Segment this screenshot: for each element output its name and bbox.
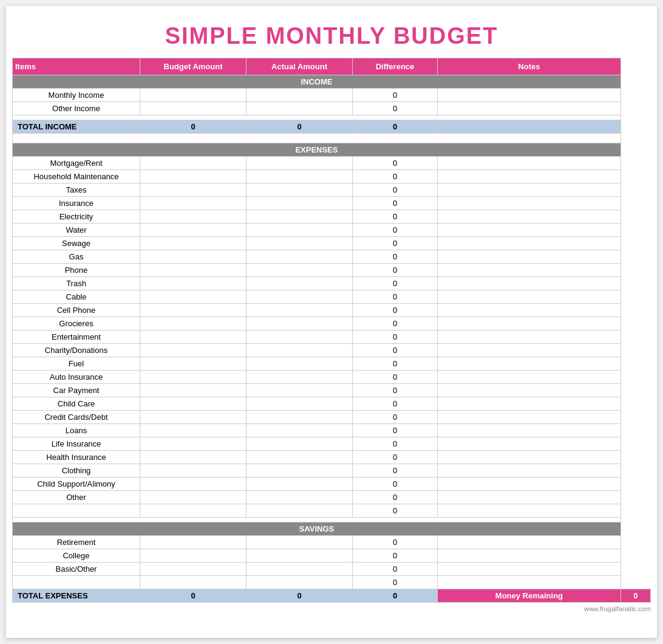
section-header-row: INCOME <box>13 75 651 89</box>
col-header-difference: Difference <box>353 58 438 75</box>
table-row: Sewage0 <box>13 237 651 250</box>
table-row: Trash0 <box>13 277 651 290</box>
table-row: Child Support/Alimony0 <box>13 478 651 491</box>
table-row: Other Income0 <box>13 102 651 115</box>
total-row: TOTAL INCOME000 <box>13 120 651 134</box>
col-header-items: Items <box>13 58 140 75</box>
table-row: 0 <box>13 504 651 518</box>
table-row: Electricity0 <box>13 210 651 224</box>
table-row: Monthly Income0 <box>13 89 651 102</box>
table-row: Household Maintenance0 <box>13 170 651 183</box>
table-row: Water0 <box>13 224 651 237</box>
table-row: Other0 <box>13 491 651 504</box>
table-row: Phone0 <box>13 264 651 277</box>
money-remaining-value: 0 <box>620 589 650 603</box>
section-header-row: EXPENSES <box>13 143 651 157</box>
spacer-row <box>13 134 651 139</box>
table-row: Insurance0 <box>13 197 651 210</box>
table-row: Clothing0 <box>13 464 651 478</box>
table-row: Mortgage/Rent0 <box>13 157 651 170</box>
table-row: Car Payment0 <box>13 384 651 397</box>
budget-page: SIMPLE MONTHLY BUDGET Items Budget Amoun… <box>6 6 657 638</box>
spacer-row <box>13 139 651 143</box>
table-row: Child Care0 <box>13 397 651 411</box>
table-row: Life Insurance0 <box>13 437 651 451</box>
table-row: Credit Cards/Debt0 <box>13 411 651 424</box>
column-header-row: Items Budget Amount Actual Amount Differ… <box>13 58 651 75</box>
money-remaining-label: Money Remaining <box>438 589 621 603</box>
table-row: Retirement0 <box>13 536 651 549</box>
budget-table: Items Budget Amount Actual Amount Differ… <box>12 58 651 603</box>
footer-text: www.frugalfanatic.com <box>12 603 651 612</box>
total-row: TOTAL EXPENSES000Money Remaining0 <box>13 589 651 603</box>
table-row: Cell Phone0 <box>13 304 651 317</box>
table-row: Gas0 <box>13 250 651 264</box>
spacer-row <box>13 115 651 120</box>
table-row: 0 <box>13 576 651 589</box>
table-row: Loans0 <box>13 424 651 437</box>
table-row: Grocieres0 <box>13 317 651 331</box>
spacer-row <box>13 518 651 522</box>
col-header-notes: Notes <box>438 58 621 75</box>
col-header-budget: Budget Amount <box>140 58 246 75</box>
table-row: Auto Insurance0 <box>13 371 651 384</box>
table-row: College0 <box>13 549 651 563</box>
table-row: Charity/Donations0 <box>13 344 651 357</box>
table-row: Entertainment0 <box>13 331 651 344</box>
section-header-row: SAVINGS <box>13 522 651 536</box>
table-row: Fuel0 <box>13 357 651 371</box>
table-row: Health Insurance0 <box>13 451 651 464</box>
table-row: Basic/Other0 <box>13 563 651 576</box>
col-header-actual: Actual Amount <box>246 58 353 75</box>
table-row: Cable0 <box>13 290 651 304</box>
page-title: SIMPLE MONTHLY BUDGET <box>12 12 651 58</box>
table-row: Taxes0 <box>13 183 651 197</box>
